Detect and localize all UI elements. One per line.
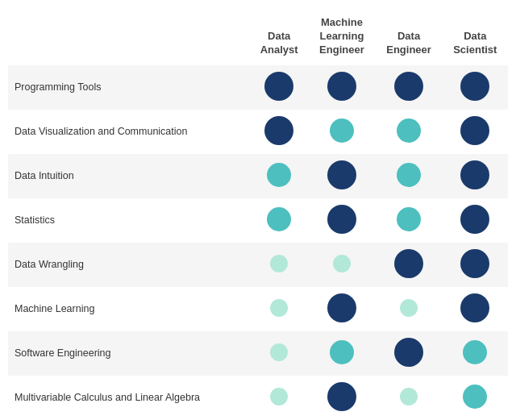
- skill-label: Data Wrangling: [8, 243, 250, 287]
- table-row: Data Visualization and Communication: [8, 110, 508, 154]
- bubble-cell: [308, 110, 375, 154]
- bubble-cell: [375, 198, 442, 243]
- bubble-very: [327, 382, 356, 411]
- bubble-cell: [375, 376, 442, 420]
- bubble-very: [327, 293, 356, 322]
- bubble-very: [264, 116, 293, 145]
- chart-container: DataAnalyst MachineLearningEngineer Data…: [0, 0, 516, 420]
- bubble-somewhat: [330, 340, 354, 364]
- bubble-not: [270, 255, 288, 272]
- bubble-very: [460, 205, 489, 234]
- bubble-cell: [443, 154, 508, 198]
- table-row: Multivariable Calculus and Linear Algebr…: [8, 376, 508, 420]
- bubble-very: [327, 72, 356, 101]
- table-wrap: DataAnalyst MachineLearningEngineer Data…: [8, 13, 508, 420]
- bubble-cell: [308, 198, 375, 243]
- table-row: Data Intuition: [8, 154, 508, 198]
- bubble-not: [270, 299, 288, 317]
- bubble-cell: [308, 376, 375, 420]
- bubble-somewhat: [397, 207, 421, 231]
- bubble-very: [460, 72, 489, 101]
- bubble-cell: [443, 110, 508, 154]
- bubble-cell: [375, 287, 442, 331]
- bubble-cell: [250, 198, 308, 243]
- col-header-data-analyst: DataAnalyst: [250, 13, 308, 65]
- table-row: Programming Tools: [8, 65, 508, 110]
- table-row: Data Wrangling: [8, 243, 508, 287]
- bubble-cell: [375, 331, 442, 376]
- bubble-very: [394, 338, 423, 367]
- table-row: Machine Learning: [8, 287, 508, 331]
- bubble-cell: [375, 243, 442, 287]
- bubble-cell: [250, 287, 308, 331]
- bubble-not: [400, 388, 418, 405]
- bubble-somewhat: [330, 119, 354, 143]
- skill-label: Programming Tools: [8, 65, 250, 110]
- bubble-somewhat: [397, 119, 421, 143]
- bubble-not: [270, 343, 288, 361]
- bubble-cell: [443, 198, 508, 243]
- bubble-very: [264, 72, 293, 101]
- bubble-not: [333, 255, 351, 272]
- table-row: Statistics: [8, 198, 508, 243]
- bubble-very: [327, 205, 356, 234]
- skill-label: Multivariable Calculus and Linear Algebr…: [8, 376, 250, 420]
- bubble-cell: [308, 65, 375, 110]
- bubble-cell: [443, 287, 508, 331]
- skill-label: Software Engineering: [8, 331, 250, 376]
- bubble-very: [394, 72, 423, 101]
- bubble-cell: [443, 331, 508, 376]
- bubble-not: [270, 388, 288, 405]
- bubble-cell: [443, 243, 508, 287]
- bubble-somewhat: [463, 340, 487, 364]
- bubble-not: [400, 299, 418, 317]
- col-header-data-scientist: DataScientist: [443, 13, 508, 65]
- bubble-cell: [250, 243, 308, 287]
- bubble-cell: [250, 154, 308, 198]
- bubble-very: [460, 160, 489, 189]
- skill-label: Data Visualization and Communication: [8, 110, 250, 154]
- bubble-very: [327, 160, 356, 189]
- bubble-cell: [375, 154, 442, 198]
- bubble-somewhat: [463, 385, 487, 409]
- bubble-cell: [250, 376, 308, 420]
- bubble-cell: [308, 154, 375, 198]
- bubble-cell: [308, 287, 375, 331]
- bubble-somewhat: [267, 207, 291, 231]
- table-row: Software Engineering: [8, 331, 508, 376]
- skill-label: Data Intuition: [8, 154, 250, 198]
- bubble-cell: [443, 65, 508, 110]
- bubble-cell: [375, 65, 442, 110]
- col-header-data-engineer: DataEngineer: [375, 13, 442, 65]
- bubble-very: [394, 249, 423, 278]
- bubble-cell: [375, 110, 442, 154]
- bubble-very: [460, 249, 489, 278]
- bubble-cell: [250, 331, 308, 376]
- skill-label: Machine Learning: [8, 287, 250, 331]
- bubble-cell: [250, 65, 308, 110]
- col-header-ml-engineer: MachineLearningEngineer: [308, 13, 375, 65]
- bubble-very: [460, 293, 489, 322]
- bubble-somewhat: [397, 163, 421, 187]
- bubble-somewhat: [267, 163, 291, 187]
- bubble-cell: [308, 331, 375, 376]
- comparison-table: DataAnalyst MachineLearningEngineer Data…: [8, 13, 508, 420]
- bubble-cell: [443, 376, 508, 420]
- bubble-cell: [250, 110, 308, 154]
- bubble-cell: [308, 243, 375, 287]
- skill-label: Statistics: [8, 198, 250, 243]
- bubble-very: [460, 116, 489, 145]
- col-header-skill: [8, 13, 250, 65]
